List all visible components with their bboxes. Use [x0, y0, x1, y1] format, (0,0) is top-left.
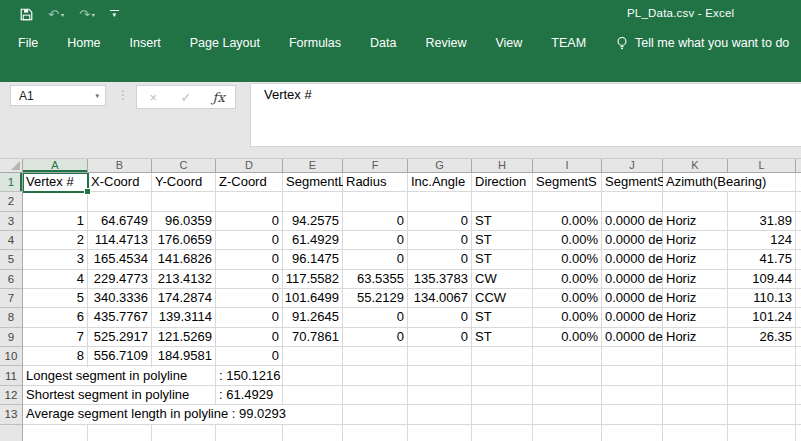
- row-header-7[interactable]: 7: [0, 289, 22, 308]
- formula-bar-input[interactable]: Vertex #: [250, 83, 801, 147]
- cell-E3[interactable]: 94.2575: [283, 212, 343, 230]
- tab-file[interactable]: File: [18, 36, 38, 50]
- cell-E6[interactable]: 117.5582: [283, 270, 343, 288]
- cell-E9[interactable]: 70.7861: [283, 328, 343, 346]
- cell-D1[interactable]: Z-Coord: [216, 173, 283, 191]
- col-header-D[interactable]: D: [216, 159, 283, 172]
- tab-insert[interactable]: Insert: [130, 36, 161, 50]
- cell-B8[interactable]: 435.7767: [88, 308, 152, 326]
- col-header-J[interactable]: J: [602, 159, 663, 172]
- cell-F8[interactable]: 0: [343, 308, 408, 326]
- cell-H4[interactable]: ST: [472, 231, 533, 249]
- cell-A9[interactable]: 7: [23, 328, 88, 346]
- cell-K5[interactable]: Horiz: [663, 250, 728, 268]
- row-header-partial[interactable]: [0, 425, 22, 441]
- row-header-6[interactable]: 6: [0, 270, 22, 289]
- cell-E4[interactable]: 61.4929: [283, 231, 343, 249]
- cell-D3[interactable]: 0: [216, 212, 283, 230]
- row-header-2[interactable]: 2: [0, 192, 22, 211]
- cell-F1[interactable]: Radius: [343, 173, 408, 191]
- cell-J4[interactable]: 0.0000 deg: [602, 231, 663, 249]
- cell-I4[interactable]: 0.00%: [533, 231, 602, 249]
- col-header-A[interactable]: A: [23, 159, 88, 172]
- tab-formulas[interactable]: Formulas: [289, 36, 341, 50]
- cell-I7[interactable]: 0.00%: [533, 289, 602, 307]
- cell-H6[interactable]: CW: [472, 270, 533, 288]
- cell-G8[interactable]: 0: [408, 308, 472, 326]
- row-header-1[interactable]: 1: [0, 173, 22, 192]
- row-header-9[interactable]: 9: [0, 328, 22, 347]
- cell-B4[interactable]: 114.4713: [88, 231, 152, 249]
- row-header-5[interactable]: 5: [0, 250, 22, 269]
- cell-A11[interactable]: Longest segment in polyline: [23, 367, 189, 385]
- cell-I1[interactable]: SegmentS: [533, 173, 602, 191]
- row-header-10[interactable]: 10: [0, 347, 22, 366]
- insert-function-button[interactable]: ƒx: [202, 90, 235, 105]
- cell-B7[interactable]: 340.3336: [88, 289, 152, 307]
- cell-K1[interactable]: Azimuth(Bearing): [663, 173, 768, 191]
- tab-review[interactable]: Review: [425, 36, 466, 50]
- cell-I8[interactable]: 0.00%: [533, 308, 602, 326]
- col-header-G[interactable]: G: [408, 159, 472, 172]
- cell-D7[interactable]: 0: [216, 289, 283, 307]
- cell-K4[interactable]: Horiz: [663, 231, 728, 249]
- cell-C3[interactable]: 96.0359: [152, 212, 216, 230]
- cell-H1[interactable]: Direction: [472, 173, 533, 191]
- cell-B5[interactable]: 165.4534: [88, 250, 152, 268]
- cell-E1[interactable]: SegmentL: [283, 173, 343, 191]
- cell-A3[interactable]: 1: [23, 212, 88, 230]
- cell-I3[interactable]: 0.00%: [533, 212, 602, 230]
- cell-L7[interactable]: 110.13: [728, 289, 796, 307]
- cell-G1[interactable]: Inc.Angle: [408, 173, 472, 191]
- select-all-corner[interactable]: [0, 159, 23, 173]
- cell-L8[interactable]: 101.24: [728, 308, 796, 326]
- cell-K6[interactable]: Horiz: [663, 270, 728, 288]
- tab-page-layout[interactable]: Page Layout: [190, 36, 260, 50]
- cell-F3[interactable]: 0: [343, 212, 408, 230]
- customize-quick-access-button[interactable]: ▾: [110, 10, 119, 18]
- cell-J7[interactable]: 0.0000 deg: [602, 289, 663, 307]
- cell-E8[interactable]: 91.2645: [283, 308, 343, 326]
- cancel-button[interactable]: ×: [137, 90, 170, 105]
- cell-L6[interactable]: 109.44: [728, 270, 796, 288]
- row-header-8[interactable]: 8: [0, 308, 22, 327]
- cell-L3[interactable]: 31.89: [728, 212, 796, 230]
- col-header-K[interactable]: K: [663, 159, 728, 172]
- cell-K8[interactable]: Horiz: [663, 308, 728, 326]
- cell-L5[interactable]: 41.75: [728, 250, 796, 268]
- cell-A1[interactable]: Vertex #: [23, 173, 88, 191]
- row-header-11[interactable]: 11: [0, 367, 22, 386]
- cell-K7[interactable]: Horiz: [663, 289, 728, 307]
- enter-button[interactable]: ✓: [170, 90, 203, 105]
- col-header-H[interactable]: H: [472, 159, 533, 172]
- cell-H5[interactable]: ST: [472, 250, 533, 268]
- cell-B6[interactable]: 229.4773: [88, 270, 152, 288]
- cell-B3[interactable]: 64.6749: [88, 212, 152, 230]
- cell-K9[interactable]: Horiz: [663, 328, 728, 346]
- cell-G5[interactable]: 0: [408, 250, 472, 268]
- cell-F7[interactable]: 55.2129: [343, 289, 408, 307]
- cell-G4[interactable]: 0: [408, 231, 472, 249]
- cell-C9[interactable]: 121.5269: [152, 328, 216, 346]
- cell-I6[interactable]: 0.00%: [533, 270, 602, 288]
- redo-button[interactable]: ↷▾: [79, 8, 95, 21]
- cell-I9[interactable]: 0.00%: [533, 328, 602, 346]
- cell-J3[interactable]: 0.0000 deg: [602, 212, 663, 230]
- cell-A7[interactable]: 5: [23, 289, 88, 307]
- col-header-partial[interactable]: [796, 159, 801, 172]
- undo-button[interactable]: ↶▾: [48, 8, 64, 21]
- col-header-B[interactable]: B: [88, 159, 152, 172]
- cell-C5[interactable]: 141.6826: [152, 250, 216, 268]
- cell-D11[interactable]: : 150.1216: [216, 367, 282, 385]
- cell-H3[interactable]: ST: [472, 212, 533, 230]
- cell-L4[interactable]: 124: [728, 231, 796, 249]
- name-box[interactable]: A1 ▾: [10, 85, 106, 106]
- cell-G9[interactable]: 0: [408, 328, 472, 346]
- cell-C4[interactable]: 176.0659: [152, 231, 216, 249]
- tell-me-box[interactable]: Tell me what you want to do: [615, 36, 789, 51]
- save-button[interactable]: [20, 8, 33, 21]
- cell-J6[interactable]: 0.0000 deg: [602, 270, 663, 288]
- tab-view[interactable]: View: [495, 36, 522, 50]
- row-header-13[interactable]: 13: [0, 405, 22, 424]
- cell-E7[interactable]: 101.6499: [283, 289, 343, 307]
